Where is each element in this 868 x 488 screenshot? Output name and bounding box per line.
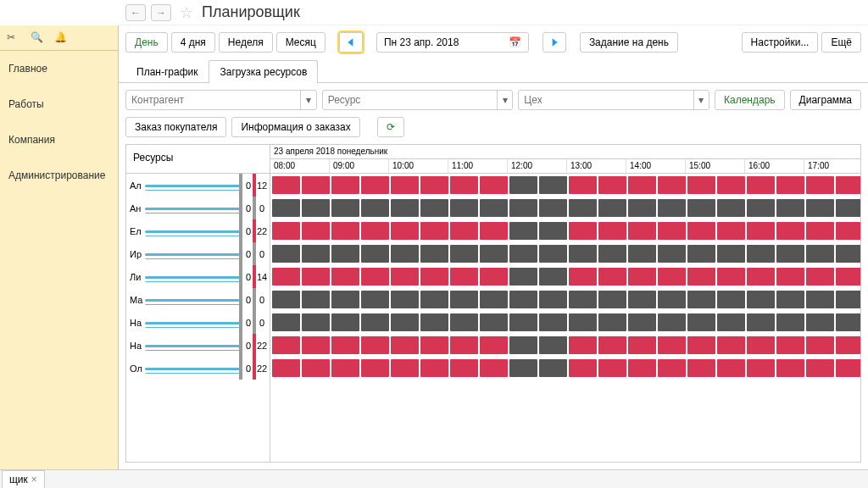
- bell-icon[interactable]: 🔔: [54, 31, 68, 45]
- sidebar-item[interactable]: Работы: [0, 86, 118, 122]
- free-cell[interactable]: [628, 245, 656, 263]
- close-icon[interactable]: ×: [31, 474, 37, 485]
- busy-cell[interactable]: [836, 336, 860, 354]
- busy-cell[interactable]: [836, 268, 860, 286]
- dropdown-icon[interactable]: ▾: [693, 91, 709, 109]
- free-cell[interactable]: [391, 291, 419, 308]
- free-cell[interactable]: [747, 313, 775, 331]
- free-cell[interactable]: [361, 313, 389, 331]
- busy-cell[interactable]: [717, 268, 745, 286]
- resource-combo[interactable]: ▾: [322, 90, 514, 110]
- busy-cell[interactable]: [331, 176, 359, 194]
- busy-cell[interactable]: [628, 176, 656, 194]
- busy-cell[interactable]: [687, 222, 715, 240]
- dropdown-icon[interactable]: ▾: [497, 91, 512, 109]
- busy-cell[interactable]: [302, 222, 330, 240]
- busy-cell[interactable]: [480, 222, 508, 240]
- refresh-button[interactable]: ⟳: [377, 117, 404, 137]
- favorite-star-icon[interactable]: ☆: [180, 3, 193, 22]
- free-cell[interactable]: [628, 291, 656, 308]
- free-cell[interactable]: [658, 313, 686, 331]
- free-cell[interactable]: [806, 245, 834, 263]
- sidebar-item[interactable]: Главное: [0, 51, 118, 86]
- resource-input[interactable]: [323, 94, 497, 106]
- busy-cell[interactable]: [776, 268, 804, 286]
- busy-cell[interactable]: [420, 359, 448, 377]
- tab-plan[interactable]: План-график: [125, 60, 209, 83]
- busy-cell[interactable]: [420, 268, 448, 286]
- free-cell[interactable]: [836, 245, 860, 263]
- busy-cell[interactable]: [776, 176, 804, 194]
- counterparty-input[interactable]: [126, 94, 300, 106]
- free-cell[interactable]: [776, 313, 804, 331]
- busy-cell[interactable]: [717, 222, 745, 240]
- free-cell[interactable]: [509, 313, 537, 331]
- sidebar-item[interactable]: Компания: [0, 122, 118, 158]
- free-cell[interactable]: [836, 199, 860, 217]
- free-cell[interactable]: [509, 336, 537, 354]
- diagram-view-button[interactable]: Диаграмма: [790, 90, 861, 110]
- busy-cell[interactable]: [747, 268, 775, 286]
- view-week-button[interactable]: Неделя: [219, 32, 273, 53]
- free-cell[interactable]: [450, 245, 478, 263]
- free-cell[interactable]: [598, 245, 626, 263]
- busy-cell[interactable]: [391, 268, 419, 286]
- busy-cell[interactable]: [747, 176, 775, 194]
- free-cell[interactable]: [331, 291, 359, 308]
- busy-cell[interactable]: [806, 176, 834, 194]
- busy-cell[interactable]: [687, 336, 715, 354]
- free-cell[interactable]: [331, 313, 359, 331]
- free-cell[interactable]: [836, 291, 860, 308]
- busy-cell[interactable]: [569, 222, 597, 240]
- resource-row[interactable]: Ол022: [126, 357, 270, 380]
- free-cell[interactable]: [717, 313, 745, 331]
- free-cell[interactable]: [391, 199, 419, 217]
- busy-cell[interactable]: [806, 222, 834, 240]
- busy-cell[interactable]: [450, 176, 478, 194]
- free-cell[interactable]: [539, 313, 567, 331]
- free-cell[interactable]: [509, 222, 537, 240]
- resource-row[interactable]: Ли014: [126, 265, 270, 288]
- prev-day-button[interactable]: [339, 32, 363, 53]
- busy-cell[interactable]: [272, 268, 300, 286]
- resource-row[interactable]: Ал012: [126, 174, 270, 197]
- busy-cell[interactable]: [361, 268, 389, 286]
- free-cell[interactable]: [331, 199, 359, 217]
- busy-cell[interactable]: [836, 222, 860, 240]
- free-cell[interactable]: [509, 199, 537, 217]
- busy-cell[interactable]: [391, 176, 419, 194]
- view-4days-button[interactable]: 4 дня: [171, 32, 215, 53]
- busy-cell[interactable]: [658, 222, 686, 240]
- free-cell[interactable]: [776, 291, 804, 308]
- free-cell[interactable]: [569, 313, 597, 331]
- busy-cell[interactable]: [806, 268, 834, 286]
- busy-cell[interactable]: [569, 336, 597, 354]
- busy-cell[interactable]: [717, 336, 745, 354]
- busy-cell[interactable]: [569, 359, 597, 377]
- busy-cell[interactable]: [450, 336, 478, 354]
- free-cell[interactable]: [539, 245, 567, 263]
- busy-cell[interactable]: [391, 359, 419, 377]
- busy-cell[interactable]: [776, 336, 804, 354]
- free-cell[interactable]: [509, 359, 537, 377]
- task-for-day-button[interactable]: Задание на день: [580, 32, 678, 53]
- free-cell[interactable]: [539, 268, 567, 286]
- busy-cell[interactable]: [450, 359, 478, 377]
- busy-cell[interactable]: [836, 176, 860, 194]
- busy-cell[interactable]: [687, 176, 715, 194]
- next-day-button[interactable]: [542, 32, 566, 53]
- free-cell[interactable]: [361, 291, 389, 308]
- free-cell[interactable]: [509, 245, 537, 263]
- free-cell[interactable]: [302, 291, 330, 308]
- busy-cell[interactable]: [658, 176, 686, 194]
- calendar-view-button[interactable]: Календарь: [715, 90, 785, 110]
- free-cell[interactable]: [480, 291, 508, 308]
- busy-cell[interactable]: [331, 222, 359, 240]
- workshop-input[interactable]: [519, 94, 693, 106]
- busy-cell[interactable]: [628, 359, 656, 377]
- free-cell[interactable]: [687, 291, 715, 308]
- free-cell[interactable]: [420, 291, 448, 308]
- busy-cell[interactable]: [361, 359, 389, 377]
- dropdown-icon[interactable]: ▾: [300, 91, 315, 109]
- busy-cell[interactable]: [598, 359, 626, 377]
